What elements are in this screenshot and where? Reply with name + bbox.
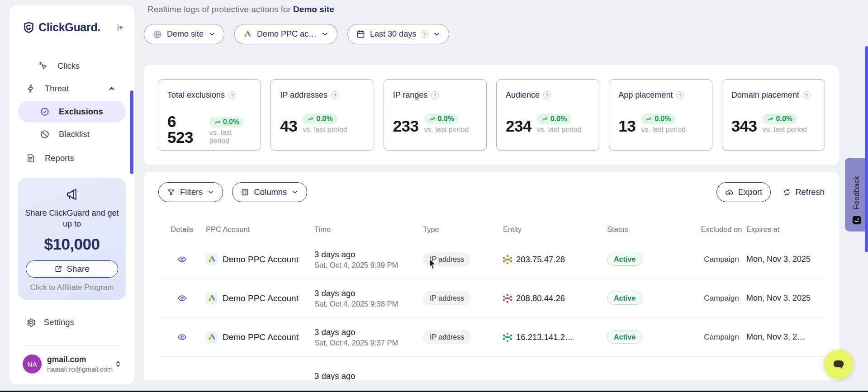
- sidebar-item-label: Exclusions: [59, 107, 103, 117]
- chevron-down-icon: [207, 189, 214, 196]
- chat-launcher-button[interactable]: [824, 349, 854, 379]
- column-header-expires-at: Expires at: [746, 225, 825, 234]
- chat-bubble-icon: [832, 358, 845, 371]
- chevron-down-icon: [208, 30, 216, 38]
- export-button[interactable]: Export: [716, 182, 771, 202]
- trend-up-icon: [541, 116, 548, 123]
- chevron-up-down-icon: [114, 360, 122, 368]
- time-relative: 3 days ago: [314, 327, 423, 337]
- status-badge: Active: [607, 292, 642, 305]
- document-icon: [26, 153, 36, 163]
- lightning-icon: [26, 84, 36, 94]
- stat-ip-ranges: IP ranges? 233 0.0% vs. last period: [384, 79, 487, 151]
- sidebar-scrollbar-thumb[interactable]: [130, 90, 133, 174]
- delta-badge: 0.0%: [763, 113, 797, 124]
- share-button-label: Share: [66, 264, 90, 274]
- ppc-account-selector-dropdown[interactable]: Demo PPC ac…: [234, 24, 337, 44]
- affiliate-promo-card[interactable]: Share ClickGuard and get up to $10,000 S…: [18, 178, 126, 300]
- excluded-on-value: Campaign: [697, 255, 746, 264]
- help-icon: ?: [803, 91, 811, 99]
- sidebar-item-label: Clicks: [57, 61, 80, 71]
- trend-up-icon: [767, 116, 774, 123]
- entity-identicon: [503, 333, 512, 342]
- exclusions-table-card: Filters Columns Export: [144, 172, 839, 380]
- promo-amount: $10,000: [24, 235, 119, 253]
- stat-total-exclusions: Total exclusions? 6 523 0.0% vs. last pe…: [158, 79, 261, 151]
- time-relative: 3 days ago: [314, 288, 423, 298]
- main-scrollbar-thumb[interactable]: [865, 46, 868, 252]
- sidebar-collapse-icon[interactable]: [115, 23, 125, 33]
- time-exact: Sat, Oct 4, 2025 9:38 PM: [314, 300, 423, 308]
- sidebar-item-label: Settings: [44, 317, 74, 327]
- user-account-switcher[interactable]: NA gmail.com naatali.ro@gmail.com: [9, 354, 135, 373]
- sidebar-item-label: Threat: [45, 84, 69, 94]
- help-icon: ?: [676, 91, 684, 99]
- columns-dropdown[interactable]: Columns: [232, 182, 307, 202]
- stat-caption: vs. last period: [303, 126, 347, 134]
- app-logo-text: ClickGuard.: [38, 21, 115, 34]
- main-content: Realtime logs of protective actions for …: [144, 0, 854, 392]
- stat-caption: vs. last period: [424, 126, 469, 134]
- column-header-account: PPC Account: [206, 225, 314, 234]
- gear-icon: [26, 317, 36, 328]
- view-details-eye-icon[interactable]: [177, 332, 187, 342]
- sidebar-item-settings[interactable]: Settings: [9, 312, 135, 333]
- time-exact: Sat, Oct 4, 2025 9:39 PM: [314, 261, 423, 269]
- sidebar-nav: Clicks Threat Exclusions Blacklist: [9, 55, 135, 170]
- trend-up-icon: [429, 116, 436, 123]
- clickguard-logo-icon: [23, 21, 35, 33]
- ppc-account-name: Demo PPC Account: [223, 332, 299, 342]
- site-selector-dropdown[interactable]: Demo site: [144, 24, 224, 44]
- sidebar-divider: [23, 345, 121, 346]
- page-subtitle: Realtime logs of protective actions for …: [147, 5, 854, 14]
- stat-value: 6 523: [167, 113, 204, 145]
- calendar-icon: [356, 29, 365, 39]
- stat-caption: vs. last period: [763, 126, 807, 134]
- excluded-on-value: Campaign: [697, 294, 746, 303]
- cursor-click-icon: [38, 61, 48, 71]
- delta-badge: 0.0%: [424, 113, 459, 124]
- stats-summary-card: Total exclusions? 6 523 0.0% vs. last pe…: [144, 65, 839, 165]
- megaphone-icon: [65, 188, 79, 201]
- chevron-down-icon: [291, 189, 299, 196]
- sidebar-item-label: Reports: [45, 153, 74, 163]
- status-badge: Active: [607, 253, 642, 266]
- google-ads-icon: [206, 293, 218, 304]
- stat-value: 234: [506, 118, 531, 134]
- stat-app-placement: App placement? 13 0.0% vs. last period: [609, 79, 712, 151]
- share-button[interactable]: Share: [26, 260, 118, 278]
- delta-badge: 0.0%: [641, 113, 675, 124]
- external-link-icon: [54, 265, 62, 273]
- time-exact: Sat, Oct 4, 2025 9:37 PM: [314, 339, 423, 347]
- refresh-button[interactable]: Refresh: [783, 187, 825, 197]
- columns-icon: [241, 188, 249, 197]
- view-details-eye-icon[interactable]: [177, 293, 187, 303]
- funnel-icon: [167, 188, 175, 197]
- view-details-eye-icon[interactable]: [177, 255, 187, 264]
- column-header-type: Type: [423, 225, 503, 234]
- sidebar-item-reports[interactable]: Reports: [9, 147, 135, 170]
- stat-audience: Audience? 234 0.0% vs. last period: [496, 79, 599, 151]
- date-range-dropdown[interactable]: Last 30 days ?: [347, 24, 449, 44]
- filters-dropdown[interactable]: Filters: [158, 182, 223, 202]
- stat-caption: vs. last period: [209, 129, 252, 145]
- trend-up-icon: [214, 119, 221, 126]
- sidebar-item-blacklist[interactable]: Blacklist: [18, 123, 126, 145]
- google-ads-icon: [206, 331, 218, 343]
- stat-value: 233: [393, 118, 419, 134]
- sidebar-item-exclusions[interactable]: Exclusions: [18, 101, 126, 123]
- trend-up-icon: [307, 116, 314, 123]
- column-header-entity: Entity: [503, 225, 602, 234]
- delta-badge: 0.0%: [537, 113, 571, 124]
- avatar: NA: [23, 354, 42, 373]
- help-icon: ?: [228, 91, 236, 99]
- badge-check-icon: [40, 107, 50, 117]
- sidebar-item-threat[interactable]: Threat: [9, 77, 135, 100]
- type-chip: IP address: [423, 291, 471, 305]
- columns-label: Columns: [254, 187, 287, 197]
- refresh-icon: [783, 188, 791, 197]
- google-ads-icon: [243, 29, 252, 39]
- sidebar-item-clicks[interactable]: Clicks: [9, 55, 135, 77]
- expires-at-value: Mon, Nov 3, 2…: [746, 332, 825, 342]
- affiliate-caption: Click to Affiliate Program: [24, 283, 119, 292]
